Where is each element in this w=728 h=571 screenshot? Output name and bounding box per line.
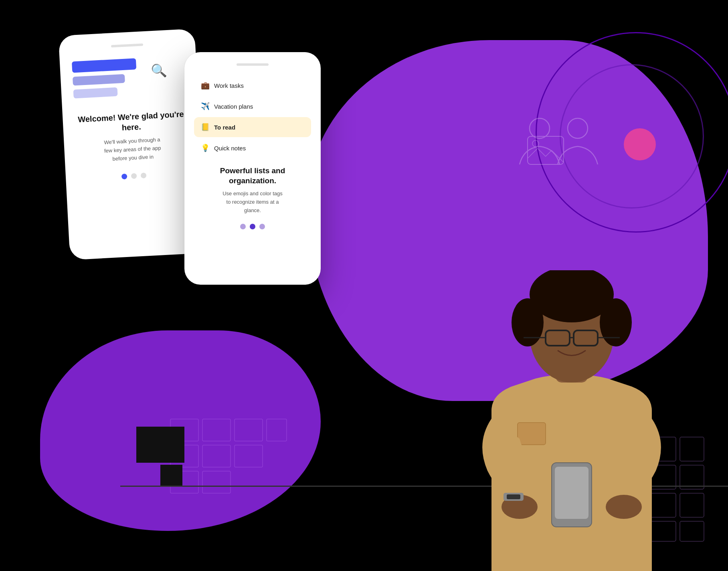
svg-point-0: [530, 118, 550, 138]
work-tasks-label: Work tasks: [214, 82, 244, 89]
svg-point-33: [600, 298, 632, 346]
dot-r3: [259, 224, 265, 229]
pink-accent-circle: [624, 128, 656, 160]
svg-rect-25: [202, 445, 231, 467]
dot-r2-active: [250, 224, 255, 229]
dot-r1: [240, 224, 246, 229]
search-bar-blue: [72, 58, 136, 73]
svg-rect-41: [555, 467, 588, 519]
vacation-label: Vacation plans: [214, 103, 253, 110]
dot-1-active: [121, 174, 127, 180]
blob-icon-decoration: [516, 112, 604, 178]
svg-rect-22: [235, 419, 263, 441]
phone-notch-right: [237, 63, 269, 66]
svg-point-1: [568, 118, 588, 138]
svg-point-43: [606, 495, 642, 519]
person-photo: [455, 270, 688, 571]
search-bar-light: [73, 87, 118, 99]
pagination-dots-left: [121, 173, 147, 180]
phone-notch-left: [111, 43, 143, 47]
svg-rect-26: [235, 445, 263, 467]
to-read-emoji: 📒: [200, 123, 210, 132]
search-illustration: 🔍: [72, 56, 186, 99]
svg-point-32: [512, 298, 544, 346]
quick-notes-emoji: 💡: [200, 144, 210, 152]
list-item-to-read: 📒 To read: [194, 117, 311, 137]
scene: 🔍 Welcome! We're glad you're here. We'll…: [0, 0, 728, 571]
dot-2: [131, 173, 137, 179]
list-items-container: 💼 Work tasks ✈️ Vacation plans 📒 To read…: [194, 75, 311, 158]
pagination-dots-right: [240, 224, 265, 229]
svg-rect-45: [507, 494, 520, 499]
svg-rect-21: [202, 419, 231, 441]
phone-lists: 💼 Work tasks ✈️ Vacation plans 📒 To read…: [184, 52, 321, 285]
welcome-text-block: Welcome! We're glad you're here. We'll w…: [75, 109, 189, 165]
list-item-quick-notes: 💡 Quick notes: [194, 138, 311, 158]
search-bar-purple: [73, 74, 125, 86]
welcome-subtitle: We'll walk you through afew key areas of…: [76, 134, 189, 165]
svg-point-3: [532, 140, 539, 147]
svg-rect-39: [518, 423, 546, 445]
search-icon: 🔍: [149, 61, 169, 81]
to-read-label: To read: [214, 124, 235, 131]
vacation-emoji: ✈️: [200, 102, 210, 111]
quick-notes-label: Quick notes: [214, 145, 246, 152]
svg-rect-23: [267, 419, 287, 441]
promo-text-block: Powerful lists andorganization. Use emoj…: [216, 166, 289, 215]
black-rect-accent-1: [136, 427, 184, 463]
promo-title: Powerful lists andorganization.: [220, 166, 285, 186]
list-item-vacation: ✈️ Vacation plans: [194, 96, 311, 116]
list-item-work-tasks: 💼 Work tasks: [194, 75, 311, 95]
dot-3: [141, 173, 147, 179]
black-rect-accent-2: [160, 465, 182, 487]
welcome-title: Welcome! We're glad you're here.: [75, 109, 188, 136]
promo-subtitle: Use emojis and color tagsto recognize it…: [220, 190, 285, 215]
work-tasks-emoji: 💼: [200, 81, 210, 90]
svg-rect-28: [202, 471, 231, 493]
